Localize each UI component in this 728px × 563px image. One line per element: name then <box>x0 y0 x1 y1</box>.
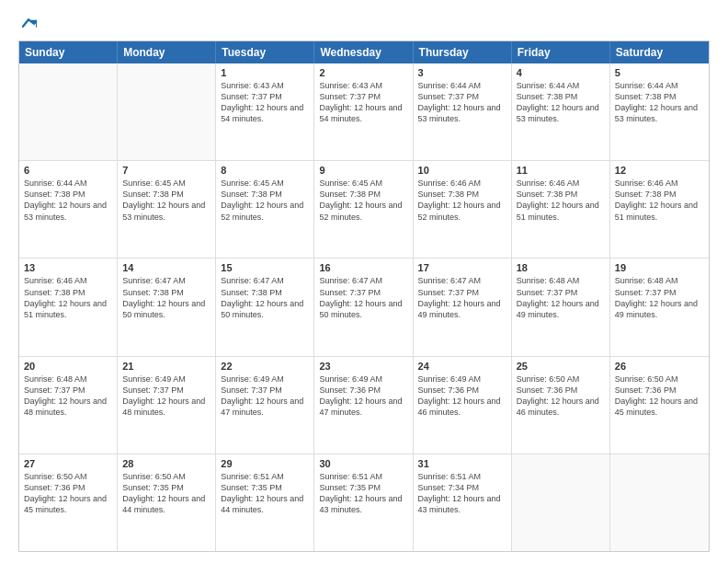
calendar-cell <box>19 63 118 160</box>
cell-info: Sunrise: 6:51 AMSunset: 7:35 PMDaylight:… <box>319 471 407 516</box>
calendar-header-cell: Sunday <box>19 41 118 63</box>
cell-info: Sunrise: 6:48 AMSunset: 7:37 PMDaylight:… <box>517 275 605 320</box>
cell-info: Sunrise: 6:47 AMSunset: 7:38 PMDaylight:… <box>221 275 309 320</box>
day-number: 23 <box>319 361 407 372</box>
calendar-cell: 20Sunrise: 6:48 AMSunset: 7:37 PMDayligh… <box>19 357 118 454</box>
cell-info: Sunrise: 6:46 AMSunset: 7:38 PMDaylight:… <box>418 178 506 223</box>
calendar-header-cell: Tuesday <box>216 41 314 63</box>
day-number: 30 <box>319 458 407 469</box>
cell-info: Sunrise: 6:45 AMSunset: 7:38 PMDaylight:… <box>221 178 309 223</box>
day-number: 2 <box>319 67 407 78</box>
day-number: 28 <box>122 458 210 469</box>
calendar-cell: 2Sunrise: 6:43 AMSunset: 7:37 PMDaylight… <box>314 63 413 160</box>
calendar-cell: 28Sunrise: 6:50 AMSunset: 7:35 PMDayligh… <box>118 454 216 551</box>
day-number: 19 <box>615 262 704 273</box>
calendar-cell: 19Sunrise: 6:48 AMSunset: 7:37 PMDayligh… <box>610 259 709 355</box>
calendar-cell: 26Sunrise: 6:50 AMSunset: 7:36 PMDayligh… <box>610 357 709 454</box>
calendar-cell: 21Sunrise: 6:49 AMSunset: 7:37 PMDayligh… <box>118 357 216 454</box>
calendar-header-cell: Friday <box>512 41 610 63</box>
calendar-cell: 6Sunrise: 6:44 AMSunset: 7:38 PMDaylight… <box>19 161 118 258</box>
calendar-header-cell: Monday <box>118 41 216 63</box>
cell-info: Sunrise: 6:50 AMSunset: 7:36 PMDaylight:… <box>24 471 112 516</box>
calendar-cell: 8Sunrise: 6:45 AMSunset: 7:38 PMDaylight… <box>216 161 314 258</box>
day-number: 13 <box>24 262 112 273</box>
calendar-cell: 15Sunrise: 6:47 AMSunset: 7:38 PMDayligh… <box>216 259 314 355</box>
logo <box>18 15 37 31</box>
day-number: 24 <box>418 361 506 372</box>
day-number: 3 <box>418 67 506 78</box>
calendar-cell: 9Sunrise: 6:45 AMSunset: 7:38 PMDaylight… <box>314 161 413 258</box>
calendar-cell <box>118 63 216 160</box>
calendar-cell: 16Sunrise: 6:47 AMSunset: 7:37 PMDayligh… <box>314 259 413 355</box>
day-number: 9 <box>319 165 407 176</box>
day-number: 6 <box>24 165 112 176</box>
day-number: 15 <box>221 262 309 273</box>
cell-info: Sunrise: 6:45 AMSunset: 7:38 PMDaylight:… <box>319 178 407 223</box>
cell-info: Sunrise: 6:43 AMSunset: 7:37 PMDaylight:… <box>319 80 407 125</box>
cell-info: Sunrise: 6:47 AMSunset: 7:37 PMDaylight:… <box>418 275 506 320</box>
calendar-cell: 31Sunrise: 6:51 AMSunset: 7:34 PMDayligh… <box>414 454 512 551</box>
day-number: 26 <box>615 361 704 372</box>
cell-info: Sunrise: 6:44 AMSunset: 7:38 PMDaylight:… <box>24 178 112 223</box>
day-number: 1 <box>221 67 309 78</box>
cell-info: Sunrise: 6:48 AMSunset: 7:37 PMDaylight:… <box>615 275 704 320</box>
calendar-cell: 11Sunrise: 6:46 AMSunset: 7:38 PMDayligh… <box>512 161 610 258</box>
calendar-row: 20Sunrise: 6:48 AMSunset: 7:37 PMDayligh… <box>19 357 709 454</box>
calendar-row: 1Sunrise: 6:43 AMSunset: 7:37 PMDaylight… <box>19 63 709 161</box>
calendar-cell: 29Sunrise: 6:51 AMSunset: 7:35 PMDayligh… <box>216 454 314 551</box>
calendar-row: 6Sunrise: 6:44 AMSunset: 7:38 PMDaylight… <box>19 161 709 259</box>
cell-info: Sunrise: 6:49 AMSunset: 7:37 PMDaylight:… <box>221 373 309 419</box>
day-number: 25 <box>517 361 605 372</box>
calendar-header-cell: Saturday <box>610 41 709 63</box>
day-number: 18 <box>517 262 605 273</box>
day-number: 7 <box>122 165 210 176</box>
calendar-cell <box>610 454 709 551</box>
calendar: SundayMondayTuesdayWednesdayThursdayFrid… <box>18 40 710 552</box>
day-number: 20 <box>24 361 112 372</box>
calendar-cell: 23Sunrise: 6:49 AMSunset: 7:36 PMDayligh… <box>314 357 413 454</box>
calendar-cell: 13Sunrise: 6:46 AMSunset: 7:38 PMDayligh… <box>19 259 118 355</box>
day-number: 21 <box>122 361 210 372</box>
calendar-cell: 5Sunrise: 6:44 AMSunset: 7:38 PMDaylight… <box>610 63 709 160</box>
calendar-cell: 24Sunrise: 6:49 AMSunset: 7:36 PMDayligh… <box>414 357 512 454</box>
day-number: 31 <box>418 458 506 469</box>
day-number: 12 <box>615 165 704 176</box>
day-number: 29 <box>221 458 309 469</box>
cell-info: Sunrise: 6:49 AMSunset: 7:36 PMDaylight:… <box>319 373 407 419</box>
calendar-header: SundayMondayTuesdayWednesdayThursdayFrid… <box>19 41 709 63</box>
day-number: 14 <box>122 262 210 273</box>
cell-info: Sunrise: 6:44 AMSunset: 7:38 PMDaylight:… <box>615 80 704 125</box>
calendar-cell: 10Sunrise: 6:46 AMSunset: 7:38 PMDayligh… <box>414 161 512 258</box>
cell-info: Sunrise: 6:49 AMSunset: 7:37 PMDaylight:… <box>122 373 210 419</box>
page: SundayMondayTuesdayWednesdayThursdayFrid… <box>0 0 728 563</box>
cell-info: Sunrise: 6:44 AMSunset: 7:38 PMDaylight:… <box>517 80 605 125</box>
calendar-cell: 25Sunrise: 6:50 AMSunset: 7:36 PMDayligh… <box>512 357 610 454</box>
day-number: 4 <box>517 67 605 78</box>
day-number: 27 <box>24 458 112 469</box>
calendar-header-cell: Wednesday <box>314 41 413 63</box>
cell-info: Sunrise: 6:44 AMSunset: 7:37 PMDaylight:… <box>418 80 506 125</box>
cell-info: Sunrise: 6:46 AMSunset: 7:38 PMDaylight:… <box>24 275 112 320</box>
calendar-cell: 22Sunrise: 6:49 AMSunset: 7:37 PMDayligh… <box>216 357 314 454</box>
calendar-cell: 30Sunrise: 6:51 AMSunset: 7:35 PMDayligh… <box>314 454 413 551</box>
cell-info: Sunrise: 6:45 AMSunset: 7:38 PMDaylight:… <box>122 178 210 223</box>
cell-info: Sunrise: 6:51 AMSunset: 7:35 PMDaylight:… <box>221 471 309 516</box>
calendar-cell: 12Sunrise: 6:46 AMSunset: 7:38 PMDayligh… <box>610 161 709 258</box>
calendar-row: 27Sunrise: 6:50 AMSunset: 7:36 PMDayligh… <box>19 454 709 551</box>
day-number: 10 <box>418 165 506 176</box>
header <box>18 15 710 31</box>
day-number: 22 <box>221 361 309 372</box>
day-number: 17 <box>418 262 506 273</box>
calendar-cell: 7Sunrise: 6:45 AMSunset: 7:38 PMDaylight… <box>118 161 216 258</box>
calendar-cell: 18Sunrise: 6:48 AMSunset: 7:37 PMDayligh… <box>512 259 610 355</box>
day-number: 8 <box>221 165 309 176</box>
cell-info: Sunrise: 6:43 AMSunset: 7:37 PMDaylight:… <box>221 80 309 125</box>
calendar-cell: 4Sunrise: 6:44 AMSunset: 7:38 PMDaylight… <box>512 63 610 160</box>
day-number: 16 <box>319 262 407 273</box>
calendar-cell <box>512 454 610 551</box>
cell-info: Sunrise: 6:51 AMSunset: 7:34 PMDaylight:… <box>418 471 506 516</box>
cell-info: Sunrise: 6:47 AMSunset: 7:37 PMDaylight:… <box>319 275 407 320</box>
cell-info: Sunrise: 6:49 AMSunset: 7:36 PMDaylight:… <box>418 373 506 419</box>
cell-info: Sunrise: 6:48 AMSunset: 7:37 PMDaylight:… <box>24 373 112 419</box>
day-number: 11 <box>517 165 605 176</box>
